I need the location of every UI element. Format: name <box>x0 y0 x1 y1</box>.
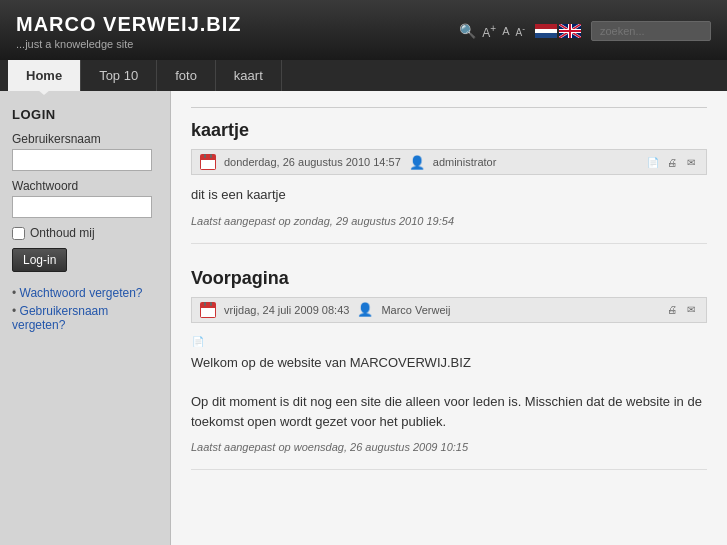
article-author-voorpagina: Marco Verweij <box>381 304 450 316</box>
svg-rect-16 <box>201 304 215 308</box>
article-actions-voorpagina: 🖨 ✉ <box>665 303 698 317</box>
remember-label: Onthoud mij <box>30 226 95 240</box>
forgot-username-link[interactable]: Gebruikersnaam vergeten? <box>12 304 158 332</box>
password-label: Wachtwoord <box>12 179 158 193</box>
font-size-controls: 🔍 A+ A A- <box>459 23 525 40</box>
svg-rect-10 <box>201 159 215 169</box>
calendar-icon <box>200 154 216 170</box>
article-body-kaartje: dit is een kaartje <box>191 185 707 205</box>
print-icon-2[interactable]: 🖨 <box>665 303 679 317</box>
site-tagline: ...just a knoweledge site <box>16 38 242 50</box>
svg-rect-15 <box>201 307 215 317</box>
login-button[interactable]: Log-in <box>12 248 67 272</box>
font-decrease-icon[interactable]: A- <box>516 24 525 38</box>
flag-nl[interactable] <box>535 24 557 38</box>
article-meta-kaartje: donderdag, 26 augustus 2010 14:57 👤 admi… <box>191 149 707 175</box>
header-right: 🔍 A+ A A- <box>459 21 711 41</box>
print-icon[interactable]: 🖨 <box>665 155 679 169</box>
svg-rect-13 <box>210 154 212 158</box>
svg-rect-18 <box>210 302 212 306</box>
site-title: MARCO VERWEIJ.BIZ <box>16 13 242 36</box>
pdf-icon[interactable]: 📄 <box>646 155 660 169</box>
username-label: Gebruikersnaam <box>12 132 158 146</box>
remember-row: Onthoud mij <box>12 226 158 240</box>
email-icon-2[interactable]: ✉ <box>684 303 698 317</box>
language-flags[interactable] <box>535 24 581 38</box>
nav-item-home[interactable]: Home <box>8 60 81 91</box>
font-normal-icon[interactable]: A <box>502 25 509 37</box>
article-date-kaartje: donderdag, 26 augustus 2010 14:57 <box>224 156 401 168</box>
article-title-voorpagina: Voorpagina <box>191 268 707 289</box>
article-actions-kaartje: 📄 🖨 ✉ <box>646 155 698 169</box>
user-icon-voorpagina: 👤 <box>357 302 373 317</box>
nav-item-foto[interactable]: foto <box>157 60 216 91</box>
login-section-title: LOGIN <box>12 107 158 122</box>
site-header: MARCO VERWEIJ.BIZ ...just a knoweledge s… <box>0 0 727 60</box>
svg-rect-17 <box>204 302 206 306</box>
article-modified-voorpagina: Laatst aangepast op woensdag, 26 augustu… <box>191 441 707 453</box>
main-nav: Home Top 10 foto kaart <box>0 60 727 91</box>
email-icon[interactable]: ✉ <box>684 155 698 169</box>
content-area: kaartje donderdag, 26 augustus 2010 14:5… <box>170 91 727 545</box>
article-author-kaartje: administrator <box>433 156 497 168</box>
nav-item-kaart[interactable]: kaart <box>216 60 282 91</box>
header-branding: MARCO VERWEIJ.BIZ ...just a knoweledge s… <box>16 13 242 50</box>
article-meta-voorpagina: vrijdag, 24 juli 2009 08:43 👤 Marco Verw… <box>191 297 707 323</box>
search-input[interactable] <box>591 21 711 41</box>
search-icon[interactable]: 🔍 <box>459 23 476 39</box>
user-icon-kaartje: 👤 <box>409 155 425 170</box>
top-divider <box>191 107 707 108</box>
article-modified-kaartje: Laatst aangepast op zondag, 29 augustus … <box>191 215 707 227</box>
calendar-icon-2 <box>200 302 216 318</box>
font-increase-icon[interactable]: A+ <box>482 23 496 40</box>
username-input[interactable] <box>12 149 152 171</box>
article-date-voorpagina: vrijdag, 24 juli 2009 08:43 <box>224 304 349 316</box>
article-body-voorpagina: Welkom op de website van MARCOVERWIJ.BIZ… <box>191 353 707 431</box>
password-input[interactable] <box>12 196 152 218</box>
forgot-password-link[interactable]: Wachtwoord vergeten? <box>12 286 158 300</box>
nav-item-top10[interactable]: Top 10 <box>81 60 157 91</box>
svg-rect-12 <box>204 154 206 158</box>
sidebar: LOGIN Gebruikersnaam Wachtwoord Onthoud … <box>0 91 170 545</box>
remember-checkbox[interactable] <box>12 227 25 240</box>
main-wrapper: LOGIN Gebruikersnaam Wachtwoord Onthoud … <box>0 91 727 545</box>
pdf-icon-2[interactable]: 📄 <box>191 334 205 348</box>
svg-rect-11 <box>201 156 215 160</box>
article-title-kaartje: kaartje <box>191 120 707 141</box>
pdf-icon-row: 📄 <box>191 333 707 349</box>
flag-en[interactable] <box>559 24 581 38</box>
article-kaartje: kaartje donderdag, 26 augustus 2010 14:5… <box>191 120 707 244</box>
article-voorpagina: Voorpagina vrijdag, 24 juli 2009 08:43 👤… <box>191 268 707 471</box>
svg-rect-8 <box>559 30 581 32</box>
article-body-text-voorpagina: Welkom op de website van MARCOVERWIJ.BIZ… <box>191 355 702 429</box>
